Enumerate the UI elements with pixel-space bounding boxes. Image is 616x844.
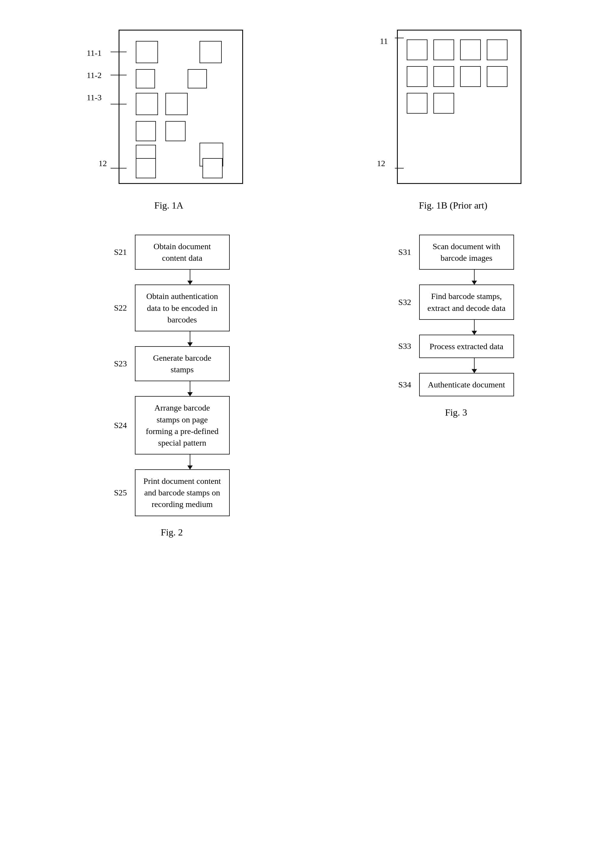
label-11-2: 11-2 <box>87 71 102 80</box>
step-s33: S33 Process extracted data <box>398 335 514 358</box>
step-s22: S22 Obtain authenticationdata to be enco… <box>114 284 230 331</box>
step-s33-label: S33 <box>398 341 419 351</box>
box-r1c1 <box>136 41 158 63</box>
fig1b-box-r1c3 <box>460 40 481 60</box>
arrow-line-1 <box>190 270 191 284</box>
fig2-caption: Fig. 2 <box>161 527 183 538</box>
step-s24: S24 Arrange barcodestamps on pageforming… <box>114 396 230 454</box>
step-s21-box: Obtain documentcontent data <box>135 235 230 270</box>
fig2-flowchart: S21 Obtain documentcontent data S22 Obta… <box>114 235 230 516</box>
fig1a-caption: Fig. 1A <box>154 200 183 211</box>
fig1b-box-r3c2 <box>433 93 454 114</box>
step-s34-label: S34 <box>398 380 419 390</box>
step-s22-box: Obtain authenticationdata to be encoded … <box>135 284 230 331</box>
arrow-line-4 <box>190 454 191 469</box>
fig1b-caption: Fig. 1B (Prior art) <box>419 200 487 211</box>
step-s31-box: Scan document withbarcode images <box>419 235 514 270</box>
label-11: 11 <box>380 37 388 46</box>
step-s25: S25 Print document contentand barcode st… <box>114 469 230 516</box>
fig3-flowchart: S31 Scan document withbarcode images S32… <box>398 235 514 396</box>
fig1a-document: 11-1 11-2 11-3 12 <box>119 30 243 184</box>
arrow-s32-s33 <box>419 320 475 335</box>
box-r2c2 <box>188 69 207 88</box>
arrow-s33-s34 <box>419 358 475 373</box>
arrow-s23-s24 <box>135 381 191 396</box>
fig1b-box-r2c2 <box>433 66 454 87</box>
step-s25-box: Print document contentand barcode stamps… <box>135 469 230 516</box>
fig1b-block: 11 12 Fig. 1B (Prior art) <box>385 30 521 211</box>
box-r2c1 <box>136 69 155 88</box>
fig1b-document: 11 12 <box>397 30 521 184</box>
box-r4c2 <box>166 121 186 141</box>
arrow-line-7 <box>474 358 475 373</box>
step-s21: S21 Obtain documentcontent data <box>114 235 230 270</box>
label-12b: 12 <box>377 159 385 168</box>
arrow-s21-s22 <box>135 270 191 284</box>
box-r3c1 <box>136 93 158 115</box>
arrow-s24-s25 <box>135 454 191 469</box>
arrow-line-5 <box>474 270 475 284</box>
arrow-line-6 <box>474 320 475 335</box>
label-11-1: 11-1 <box>87 49 102 58</box>
step-s24-box: Arrange barcodestamps on pageforming a p… <box>135 396 230 454</box>
box-r6c2 <box>202 158 223 178</box>
page: 11-1 11-2 11-3 12 <box>0 0 616 844</box>
box-r1c2 <box>199 41 222 63</box>
fig1a-block: 11-1 11-2 11-3 12 <box>95 30 243 211</box>
step-s31: S31 Scan document withbarcode images <box>398 235 514 270</box>
fig3-caption: Fig. 3 <box>445 407 467 418</box>
fig1b-box-r1c1 <box>407 40 427 60</box>
bottom-figures-row: S21 Obtain documentcontent data S22 Obta… <box>24 235 592 538</box>
fig1b-box-r2c1 <box>407 66 427 87</box>
fig2-block: S21 Obtain documentcontent data S22 Obta… <box>102 235 230 538</box>
arrow-s31-s32 <box>419 270 475 284</box>
top-figures-row: 11-1 11-2 11-3 12 <box>24 18 592 211</box>
fig1b-box-r2c3 <box>460 66 481 87</box>
step-s22-label: S22 <box>114 303 135 313</box>
fig3-block: S31 Scan document withbarcode images S32… <box>387 235 514 418</box>
box-r4c1 <box>136 121 156 141</box>
label-11-3: 11-3 <box>87 93 102 102</box>
step-s32: S32 Find barcode stamps,extract and deco… <box>398 284 514 319</box>
step-s32-box: Find barcode stamps,extract and decode d… <box>419 284 514 319</box>
step-s21-label: S21 <box>114 247 135 257</box>
step-s24-label: S24 <box>114 421 135 430</box>
step-s25-label: S25 <box>114 488 135 497</box>
step-s33-box: Process extracted data <box>419 335 514 358</box>
box-r3c2 <box>166 93 188 115</box>
fig1b-box-r2c4 <box>487 66 507 87</box>
step-s34: S34 Authenticate document <box>398 373 514 396</box>
step-s34-box: Authenticate document <box>419 373 514 396</box>
step-s23-label: S23 <box>114 359 135 368</box>
step-s32-label: S32 <box>398 297 419 307</box>
step-s31-label: S31 <box>398 247 419 257</box>
fig1b-box-r1c2 <box>433 40 454 60</box>
step-s23: S23 Generate barcodestamps <box>114 346 230 381</box>
fig1b-box-r3c1 <box>407 93 427 114</box>
arrow-s22-s23 <box>135 331 191 346</box>
label-12: 12 <box>99 159 107 168</box>
fig1b-box-r1c4 <box>487 40 507 60</box>
box-r6c1 <box>136 158 156 178</box>
step-s23-box: Generate barcodestamps <box>135 346 230 381</box>
arrow-line-3 <box>190 381 191 396</box>
arrow-line-2 <box>190 331 191 346</box>
